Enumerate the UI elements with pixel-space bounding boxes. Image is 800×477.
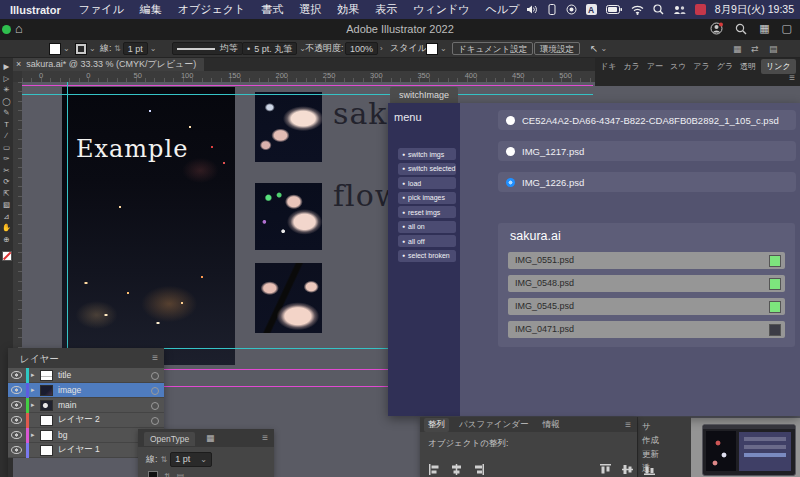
layer-thumbnail[interactable]: [40, 370, 53, 381]
align-panel-tab[interactable]: パスファインダー: [455, 418, 532, 432]
swap-view-icon[interactable]: ⇄: [751, 42, 759, 55]
radio-icon[interactable]: [506, 178, 515, 187]
panel-menu-icon[interactable]: ≡: [789, 72, 795, 83]
input-source-icon[interactable]: A: [586, 4, 597, 15]
zoom-tool[interactable]: ⊕: [3, 236, 9, 244]
visibility-eye-icon[interactable]: [11, 431, 22, 439]
disclosure-icon[interactable]: ▸: [31, 431, 38, 439]
close-icon[interactable]: ×: [16, 59, 21, 69]
radio-icon[interactable]: [506, 147, 515, 156]
selection-tool[interactable]: ▶: [4, 63, 10, 71]
layer-row[interactable]: ▸ レイヤー 2: [8, 413, 164, 428]
stepper-icon[interactable]: ⇅: [161, 455, 168, 464]
document-tab[interactable]: × sakura.ai* @ 33.33 % (CMYK/プレビュー): [8, 57, 204, 71]
align-left-icon[interactable]: [428, 463, 441, 476]
plugin-menu-button[interactable]: ● pick images: [398, 192, 456, 204]
layer-thumbnail[interactable]: [40, 400, 53, 411]
visibility-eye-icon[interactable]: [11, 386, 22, 394]
panel-menu-icon[interactable]: ≡: [625, 419, 631, 430]
stroke-width-value[interactable]: 1 pt: [123, 42, 148, 55]
rectangle-tool[interactable]: ▭: [3, 144, 10, 152]
spotlight-search-icon[interactable]: [653, 4, 664, 15]
preferences-button[interactable]: 環境設定: [534, 42, 580, 55]
layer-row[interactable]: ▸ title: [8, 368, 164, 383]
tab-opentype[interactable]: OpenType: [144, 432, 195, 446]
visibility-eye-icon[interactable]: [11, 416, 22, 424]
visibility-eye-icon[interactable]: [11, 371, 22, 379]
stroke-width-field[interactable]: 1 pt ⌄: [170, 452, 212, 467]
pen-tool[interactable]: ✎: [3, 109, 9, 117]
tab-glyph-icon[interactable]: ▦: [206, 433, 215, 443]
menubar-clock[interactable]: 8月9日(火) 19:35: [715, 3, 794, 17]
image-radio-row[interactable]: IMG_1226.psd: [498, 172, 796, 192]
target-circle-icon[interactable]: [151, 402, 159, 410]
fast-user-switch-icon[interactable]: [673, 5, 686, 15]
target-circle-icon[interactable]: [151, 372, 159, 380]
align-middle-vertical-icon[interactable]: [621, 463, 634, 476]
sakura-photo-2[interactable]: [255, 183, 322, 250]
align-bottom-icon[interactable]: [643, 463, 656, 476]
panel-menu-icon[interactable]: ≡: [152, 352, 158, 363]
disclosure-icon[interactable]: ▸: [31, 371, 38, 379]
menubar-item[interactable]: ヘルプ: [486, 2, 520, 17]
linked-file-row[interactable]: IMG_0548.psd ↙: [508, 275, 785, 292]
layer-thumbnail[interactable]: [40, 385, 53, 396]
more-icon[interactable]: ›: [380, 44, 383, 53]
dock-tab[interactable]: グラ: [715, 59, 735, 74]
chevron-down-icon[interactable]: ⌄: [200, 453, 207, 466]
linked-file-row[interactable]: IMG_0551.psd ↙: [508, 252, 785, 269]
menubar-item[interactable]: 効果: [337, 2, 359, 17]
direct-selection-tool[interactable]: ▷: [4, 75, 10, 83]
menu-illustrator[interactable]: Illustrator: [10, 4, 61, 16]
status-swatch[interactable]: [769, 278, 781, 290]
chevron-down-icon[interactable]: ⌄: [440, 44, 447, 53]
plugin-menu-button[interactable]: ● all off: [398, 235, 456, 247]
screen-preview-thumbnail[interactable]: [702, 424, 796, 476]
menubar-item[interactable]: ファイル: [79, 2, 124, 17]
document-setup-button[interactable]: ドキュメント設定: [452, 42, 533, 55]
align-top-icon[interactable]: [599, 463, 612, 476]
menubar-item[interactable]: 書式: [261, 2, 283, 17]
magic-wand-tool[interactable]: ✳: [3, 86, 9, 94]
plugin-menu-button[interactable]: ● reset imgs: [398, 206, 456, 218]
layer-thumbnail[interactable]: [40, 415, 53, 426]
menubar-item[interactable]: 表示: [375, 2, 397, 17]
gradient-tool[interactable]: ▧: [3, 201, 10, 209]
layer-row[interactable]: ▸ image: [8, 383, 164, 398]
brush-tool[interactable]: ✑: [3, 155, 9, 163]
sakura-photo-1[interactable]: [255, 92, 322, 162]
chevron-down-icon[interactable]: ⌄: [89, 44, 96, 53]
workspace-switcher-icon[interactable]: ▢: [782, 22, 792, 35]
layer-name[interactable]: bg: [58, 430, 67, 440]
visibility-eye-icon[interactable]: [11, 446, 22, 454]
line-tool[interactable]: ∕: [6, 132, 7, 140]
menubar-item[interactable]: ウィンドウ: [413, 2, 469, 17]
battery-icon[interactable]: [606, 5, 622, 14]
input-flag-icon[interactable]: [695, 4, 706, 15]
menubar-item[interactable]: 編集: [140, 2, 162, 17]
dock-tab[interactable]: アー: [645, 59, 665, 74]
opacity-value[interactable]: 100%: [345, 42, 378, 55]
chevron-down-icon[interactable]: ⌄: [600, 44, 607, 53]
account-icon[interactable]: [710, 22, 723, 35]
night-city-photo[interactable]: Example: [62, 87, 235, 365]
dock-tab[interactable]: ドキ: [598, 59, 618, 74]
type-tool[interactable]: T: [4, 121, 9, 129]
search-icon[interactable]: [735, 23, 747, 35]
layer-name[interactable]: レイヤー 2: [58, 414, 100, 426]
panel-menu-icon[interactable]: ≡: [262, 432, 268, 443]
chevron-down-icon[interactable]: ⌄: [63, 44, 70, 53]
arrange-documents-icon[interactable]: ▦: [759, 22, 769, 35]
scissors-tool[interactable]: ✂: [3, 167, 9, 175]
dock-tab[interactable]: カラ: [621, 59, 641, 74]
display-icon[interactable]: [547, 4, 557, 15]
layer-name[interactable]: image: [58, 385, 81, 395]
assistant-icon[interactable]: [566, 4, 577, 15]
eyedropper-tool[interactable]: ⊿: [3, 213, 9, 221]
menubar-item[interactable]: オブジェクト: [178, 2, 246, 17]
chevron-down-icon[interactable]: ⌄: [150, 44, 157, 53]
layer-name[interactable]: main: [58, 400, 76, 410]
plugin-menu-button[interactable]: ● select broken: [398, 250, 456, 262]
wifi-icon[interactable]: [631, 5, 644, 15]
hand-tool[interactable]: ✋: [2, 224, 11, 232]
